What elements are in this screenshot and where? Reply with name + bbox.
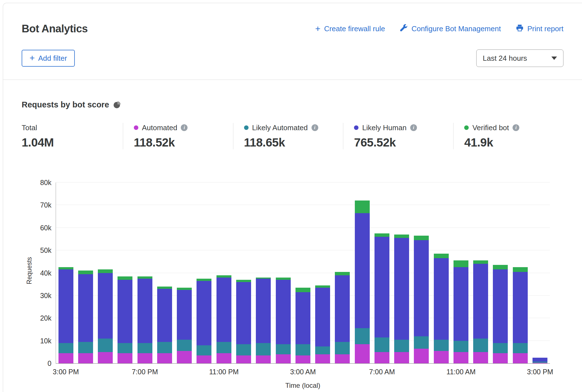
bar[interactable]: [78, 183, 93, 363]
bar[interactable]: [118, 183, 132, 363]
bar[interactable]: [58, 183, 73, 363]
bar-segment-verified-bot: [493, 265, 508, 269]
bar-segment-automated: [236, 355, 251, 363]
bar-segment-likely-human: [236, 282, 251, 344]
bar[interactable]: [276, 183, 291, 363]
bar-segment-likely-automated: [414, 336, 429, 349]
bar-segment-likely-human: [157, 289, 172, 342]
time-range-value: Last 24 hours: [483, 54, 527, 63]
add-filter-button[interactable]: + Add filter: [22, 50, 75, 67]
bar-segment-likely-automated: [394, 340, 409, 352]
bar-segment-automated: [513, 353, 528, 363]
stat-automated: Automated 118.52k: [123, 123, 233, 149]
bar-segment-likely-human: [513, 272, 528, 343]
printer-icon: [516, 24, 524, 34]
y-axis-tick-label: 30k: [40, 291, 51, 299]
wrench-icon: [400, 24, 408, 34]
bar[interactable]: [177, 183, 192, 363]
bar[interactable]: [394, 183, 409, 363]
bar[interactable]: [216, 183, 231, 363]
stat-total-label: Total: [22, 123, 37, 132]
bar-segment-automated: [335, 354, 350, 363]
plus-icon: +: [30, 53, 35, 62]
bar-segment-likely-human: [355, 213, 370, 328]
y-axis-tick-label: 10k: [40, 337, 51, 345]
bar-segment-verified-bot: [473, 260, 488, 264]
bar-segment-verified-bot: [414, 236, 429, 240]
bar-segment-verified-bot: [157, 287, 172, 289]
bar-segment-likely-human: [177, 290, 192, 340]
print-report-link[interactable]: Print report: [516, 24, 563, 34]
y-axis-tick-label: 20k: [40, 314, 51, 322]
bar-segment-likely-human: [256, 279, 271, 343]
bar-segment-likely-automated: [177, 340, 192, 351]
bar-segment-likely-automated: [355, 328, 370, 344]
bar-segment-automated: [137, 353, 152, 363]
bar[interactable]: [98, 183, 113, 363]
create-firewall-rule-link[interactable]: + Create firewall rule: [315, 24, 385, 33]
automated-legend-dot: [134, 125, 138, 130]
time-range-select[interactable]: Last 24 hours: [476, 49, 563, 67]
bar-segment-automated: [98, 352, 113, 363]
bar[interactable]: [355, 183, 370, 363]
bar[interactable]: [454, 183, 468, 363]
info-icon[interactable]: [181, 124, 188, 131]
stat-verified-bot-value: 41.9k: [464, 136, 563, 149]
bar[interactable]: [513, 183, 528, 363]
bar-segment-automated: [295, 355, 310, 363]
bar[interactable]: [533, 183, 547, 363]
bar[interactable]: [335, 183, 350, 363]
bar[interactable]: [315, 183, 330, 363]
bar[interactable]: [295, 183, 310, 363]
bar[interactable]: [414, 183, 429, 363]
bar-segment-likely-automated: [256, 343, 271, 355]
bar-segment-likely-automated: [276, 344, 291, 354]
bar-segment-automated: [197, 355, 211, 363]
header-actions: + Create firewall rule Configure Bot Man…: [315, 24, 563, 34]
bar-segment-automated: [157, 353, 172, 363]
bar[interactable]: [137, 183, 152, 363]
bar-segment-likely-human: [295, 292, 310, 344]
bar-segment-automated: [256, 355, 271, 363]
bar[interactable]: [157, 183, 172, 363]
y-axis-tick-label: 50k: [40, 246, 51, 254]
bar-segment-verified-bot: [434, 254, 449, 258]
info-icon[interactable]: [312, 124, 318, 131]
bar[interactable]: [434, 183, 449, 363]
bot-analytics-panel: Bot Analytics + Create firewall rule Con…: [3, 3, 582, 392]
y-axis-tick-label: 0: [48, 359, 51, 368]
print-report-label: Print report: [527, 24, 563, 33]
bar-segment-automated: [375, 352, 389, 363]
bar[interactable]: [375, 183, 389, 363]
x-axis-title: Time (local): [56, 382, 550, 389]
stat-likely-human-label: Likely Human: [362, 123, 407, 132]
bar-segment-verified-bot: [295, 288, 310, 292]
bar-segment-likely-human: [276, 280, 291, 344]
stat-likely-automated: Likely Automated 118.65k: [233, 123, 343, 149]
x-axis-tick-label: 3:00 PM: [53, 368, 79, 376]
bar-segment-verified-bot: [375, 233, 389, 237]
bar[interactable]: [473, 183, 488, 363]
x-axis-tick-label: 7:00 AM: [369, 368, 395, 376]
bar[interactable]: [256, 183, 271, 363]
info-icon[interactable]: [513, 124, 519, 131]
stat-automated-value: 118.52k: [134, 136, 233, 149]
pie-chart-icon: [113, 101, 121, 109]
bar[interactable]: [236, 183, 251, 363]
bar-segment-verified-bot: [137, 276, 152, 279]
bar-segment-likely-automated: [157, 342, 172, 353]
bar-segment-likely-human: [78, 274, 93, 342]
bar-segment-likely-automated: [375, 337, 389, 352]
bar[interactable]: [197, 183, 211, 363]
bar-segment-likely-automated: [236, 344, 251, 355]
bar-segment-verified-bot: [315, 285, 330, 288]
configure-bot-management-link[interactable]: Configure Bot Management: [400, 24, 501, 34]
y-axis-tick-label: 80k: [40, 179, 51, 187]
info-icon[interactable]: [410, 124, 417, 131]
bar-segment-automated: [493, 353, 508, 363]
likely-human-legend-dot: [354, 125, 358, 130]
stat-verified-bot: Verified bot 41.9k: [453, 123, 563, 149]
bar[interactable]: [493, 183, 508, 363]
bar-segment-likely-automated: [137, 343, 152, 353]
section-title: Requests by bot score: [22, 100, 109, 109]
